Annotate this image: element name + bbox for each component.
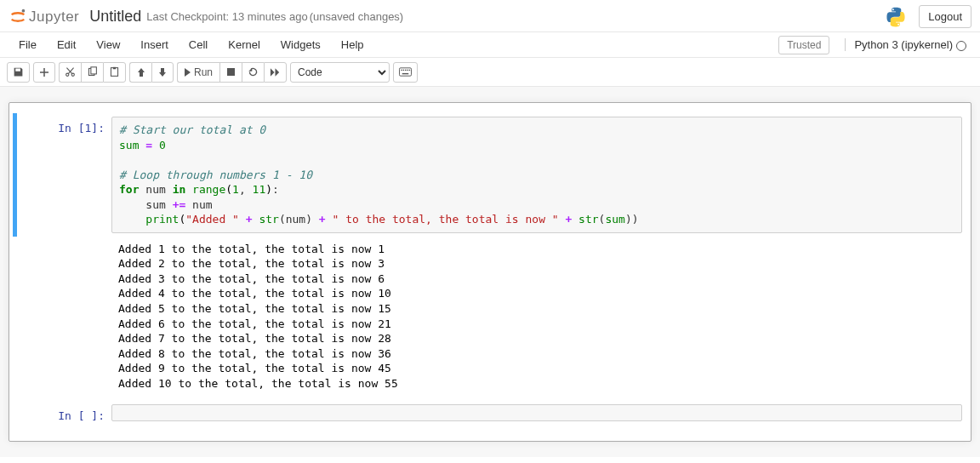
code-cell[interactable]: In [ ]: bbox=[13, 401, 967, 426]
output-cell: Added 1 to the total, the total is now 1… bbox=[13, 237, 967, 396]
keyboard-icon bbox=[399, 67, 412, 77]
svg-rect-7 bbox=[399, 68, 411, 76]
code-input-area[interactable] bbox=[111, 404, 962, 421]
logout-button[interactable]: Logout bbox=[919, 5, 971, 28]
command-palette-button[interactable] bbox=[393, 62, 418, 83]
notebook-container: In [1]: # Start our total at 0 sum = 0 #… bbox=[0, 87, 980, 457]
jupyter-icon bbox=[9, 8, 27, 26]
fast-forward-icon bbox=[270, 67, 281, 77]
output-area: Added 1 to the total, the total is now 1… bbox=[111, 237, 962, 392]
menu-cell[interactable]: Cell bbox=[179, 33, 218, 56]
kernel-status-icon bbox=[956, 41, 966, 51]
kernel-name: Python 3 (ipykernel) bbox=[845, 38, 966, 51]
copy-button[interactable] bbox=[81, 62, 103, 83]
kernel-name-text: Python 3 (ipykernel) bbox=[854, 38, 953, 51]
unsaved-text: (unsaved changes) bbox=[310, 10, 404, 23]
checkpoint-text: Last Checkpoint: 13 minutes ago bbox=[146, 10, 307, 23]
cut-button[interactable] bbox=[59, 62, 81, 83]
run-label: Run bbox=[194, 66, 213, 78]
add-cell-button[interactable] bbox=[33, 62, 55, 83]
svg-rect-9 bbox=[403, 70, 404, 71]
run-button[interactable]: Run bbox=[177, 62, 219, 83]
menubar: File Edit View Insert Cell Kernel Widget… bbox=[0, 32, 980, 58]
cell-type-select[interactable]: CodeMarkdownRaw NBConvertHeading bbox=[290, 62, 390, 83]
menu-file[interactable]: File bbox=[9, 33, 47, 56]
input-prompt: In [1]: bbox=[18, 117, 111, 134]
output-prompt bbox=[18, 237, 111, 242]
svg-rect-4 bbox=[91, 67, 97, 74]
play-icon bbox=[185, 68, 191, 77]
menu-view[interactable]: View bbox=[86, 33, 130, 56]
python-logo-icon bbox=[885, 6, 907, 28]
paste-icon bbox=[109, 66, 120, 77]
svg-point-0 bbox=[22, 9, 26, 12]
jupyter-logo[interactable]: Jupyter bbox=[9, 8, 79, 26]
code-input-area[interactable]: # Start our total at 0 sum = 0 # Loop th… bbox=[111, 117, 962, 233]
arrow-down-icon bbox=[157, 67, 168, 77]
svg-rect-8 bbox=[401, 70, 402, 71]
copy-icon bbox=[87, 66, 98, 77]
move-up-button[interactable] bbox=[129, 62, 151, 83]
plus-icon bbox=[39, 67, 49, 77]
code-cell[interactable]: In [1]: # Start our total at 0 sum = 0 #… bbox=[13, 113, 967, 237]
trusted-badge[interactable]: Trusted bbox=[778, 36, 829, 54]
svg-rect-10 bbox=[405, 70, 406, 71]
restart-button[interactable] bbox=[242, 62, 264, 83]
save-icon bbox=[13, 66, 24, 77]
paste-button[interactable] bbox=[103, 62, 126, 83]
toolbar: Run CodeMarkdownRaw NBConvertHeading bbox=[0, 58, 980, 87]
scissors-icon bbox=[65, 66, 76, 77]
menu-widgets[interactable]: Widgets bbox=[271, 33, 331, 56]
restart-run-all-button[interactable] bbox=[264, 62, 287, 83]
save-button[interactable] bbox=[7, 62, 30, 83]
header-bar: Jupyter Untitled Last Checkpoint: 13 min… bbox=[0, 0, 980, 32]
menu-insert[interactable]: Insert bbox=[130, 33, 179, 56]
notebook-title[interactable]: Untitled bbox=[89, 8, 141, 26]
svg-rect-13 bbox=[402, 73, 409, 74]
notebook: In [1]: # Start our total at 0 sum = 0 #… bbox=[9, 102, 971, 442]
menu-kernel[interactable]: Kernel bbox=[218, 33, 271, 56]
svg-rect-12 bbox=[409, 70, 410, 71]
menu-help[interactable]: Help bbox=[331, 33, 374, 56]
arrow-up-icon bbox=[136, 67, 146, 77]
restart-icon bbox=[248, 66, 259, 77]
menu-edit[interactable]: Edit bbox=[47, 33, 86, 56]
move-down-button[interactable] bbox=[151, 62, 174, 83]
svg-rect-6 bbox=[113, 67, 116, 69]
jupyter-logo-text: Jupyter bbox=[29, 9, 79, 26]
input-prompt: In [ ]: bbox=[18, 404, 111, 422]
svg-rect-11 bbox=[407, 70, 407, 71]
interrupt-button[interactable] bbox=[219, 62, 242, 83]
stop-icon bbox=[227, 68, 235, 76]
